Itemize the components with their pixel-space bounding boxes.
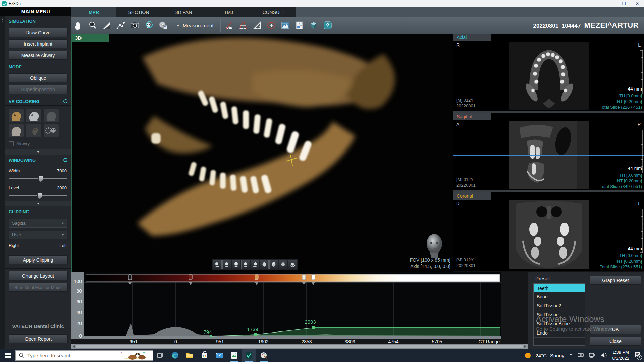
graph-reset-button[interactable]: Graph Reset bbox=[590, 276, 641, 285]
change-layout-button[interactable]: Change Layout bbox=[9, 271, 68, 280]
paint-app-icon[interactable] bbox=[256, 349, 271, 362]
volume-icon[interactable] bbox=[600, 353, 607, 358]
vr-thumb-custom[interactable] bbox=[43, 124, 59, 137]
sagittal-crosshair-horizontal[interactable] bbox=[453, 155, 644, 156]
orient-right-oblique-button[interactable] bbox=[251, 260, 259, 269]
edge-browser-icon[interactable] bbox=[168, 349, 182, 362]
coronal-slice-view[interactable]: R L [M] 012Y 20220801 44 mm TH [0.0mm] I… bbox=[453, 200, 644, 271]
weather-sun-icon[interactable] bbox=[525, 353, 531, 358]
double-angle-measure-icon[interactable] bbox=[236, 19, 250, 32]
report-layout-icon[interactable] bbox=[292, 19, 307, 32]
3d-volume-icon[interactable] bbox=[307, 19, 321, 32]
axial-crosshair-horizontal[interactable] bbox=[453, 75, 644, 75]
file-explorer-icon[interactable] bbox=[182, 349, 197, 362]
tab-tmj[interactable]: TMJ bbox=[206, 7, 251, 17]
sidebar-scroll-rail[interactable]: ▲≡ bbox=[0, 16, 5, 349]
preset-item-endo[interactable]: Endo bbox=[534, 328, 585, 338]
tab-3d-pan[interactable]: 3D PAN bbox=[161, 7, 206, 17]
orient-left-oblique-button[interactable] bbox=[213, 260, 222, 269]
notification-center-button[interactable]: 1 bbox=[634, 352, 641, 359]
coronal-crosshair-horizontal[interactable] bbox=[453, 235, 644, 235]
help-icon[interactable]: ? bbox=[321, 19, 335, 32]
restore-button[interactable]: ❐ bbox=[617, 0, 631, 7]
sagittal-slice-view[interactable]: A P [M] 012Y 20220801 44 mm TH [0.0mm] I… bbox=[453, 120, 644, 190]
photos-app-icon[interactable] bbox=[227, 349, 241, 362]
width-slider-thumb[interactable] bbox=[38, 176, 43, 182]
level-slider[interactable] bbox=[9, 192, 67, 198]
minimize-button[interactable]: — bbox=[604, 0, 617, 7]
volume-render-view[interactable]: 3D bbox=[71, 34, 453, 272]
save-cd-icon[interactable] bbox=[156, 19, 170, 32]
vr-collapse-arrow[interactable]: ▼ bbox=[5, 149, 71, 155]
orientation-head-indicator[interactable] bbox=[423, 232, 445, 261]
implant-circle-icon[interactable] bbox=[264, 19, 278, 32]
orient-rotate-button[interactable] bbox=[288, 260, 297, 269]
graph-scrollbar[interactable] bbox=[71, 344, 528, 349]
oblique-button[interactable]: Oblique bbox=[9, 73, 68, 82]
open-report-button[interactable]: Open Report bbox=[9, 334, 68, 343]
close-button[interactable]: ✕ bbox=[631, 0, 644, 7]
taskbar-search-box[interactable]: Type here to search bbox=[15, 350, 153, 361]
ok-button[interactable]: OK bbox=[590, 325, 641, 334]
superimposition-button[interactable]: Superimposition bbox=[9, 85, 68, 94]
preset-item-softtissuebone[interactable]: SoftTissueBone bbox=[534, 319, 585, 328]
vr-thumb-mip[interactable] bbox=[26, 124, 42, 137]
axial-crosshair-vertical[interactable] bbox=[560, 41, 560, 111]
vr-thumb-hard-tissue[interactable] bbox=[8, 109, 24, 122]
vr-thumb-soft-tissue[interactable] bbox=[8, 124, 24, 137]
preset-item-teeth[interactable]: Teeth bbox=[534, 284, 585, 292]
tab-section[interactable]: SECTION bbox=[116, 7, 161, 17]
search-highlight-art[interactable] bbox=[120, 351, 152, 360]
orient-left-button[interactable] bbox=[222, 260, 231, 269]
histogram-tool-icon[interactable] bbox=[278, 19, 292, 32]
network-icon[interactable] bbox=[589, 353, 595, 358]
width-slider[interactable] bbox=[9, 175, 67, 181]
preset-item-softtissue2[interactable]: SoftTissue2 bbox=[534, 301, 585, 310]
measurement-dropdown[interactable]: ▼ Measurement bbox=[174, 23, 218, 28]
set-square-icon[interactable] bbox=[250, 19, 264, 32]
tray-overflow-chevron[interactable]: ⌃ bbox=[569, 353, 573, 358]
angle-measure-icon[interactable] bbox=[222, 19, 236, 32]
sagittal-crosshair-vertical[interactable] bbox=[550, 120, 550, 190]
apply-clipping-button[interactable]: Apply Clipping bbox=[9, 255, 68, 264]
clipping-plane-dropdown[interactable]: Sagittal▼ bbox=[9, 219, 67, 228]
measure-airway-button[interactable]: Measure Airway bbox=[9, 51, 68, 60]
preset-item-bone[interactable]: Bone bbox=[534, 292, 585, 301]
clipping-mode-dropdown[interactable]: User▼ bbox=[9, 231, 67, 239]
orient-front-button[interactable] bbox=[232, 260, 240, 269]
capture-camera-icon[interactable] bbox=[128, 19, 142, 32]
dual-monitor-button[interactable]: Start Dual Monitor Mode bbox=[9, 283, 68, 292]
microsoft-store-icon[interactable] bbox=[197, 349, 212, 362]
close-dialog-button[interactable]: Close bbox=[590, 337, 641, 346]
taskbar-clock[interactable]: 1:38 PM 8/3/2022 bbox=[612, 349, 629, 361]
contrast-icon[interactable] bbox=[100, 19, 114, 32]
axial-slice-view[interactable]: R L [M] 012Y 20220801 44 mm TH [0.0mm] I… bbox=[453, 41, 644, 111]
vr-thumb-bone[interactable] bbox=[26, 109, 42, 122]
ez3d-app-icon[interactable] bbox=[241, 349, 256, 362]
windowing-collapse-arrow[interactable]: ▼ bbox=[5, 201, 71, 206]
tab-mpr[interactable]: MPR bbox=[71, 7, 116, 17]
start-button[interactable] bbox=[0, 349, 15, 362]
orient-right-button[interactable] bbox=[241, 260, 250, 269]
draw-curve-button[interactable]: Draw Curve bbox=[9, 28, 68, 37]
coronal-crosshair-vertical[interactable] bbox=[560, 200, 560, 271]
level-slider-thumb[interactable] bbox=[37, 193, 42, 199]
measure-line-icon[interactable] bbox=[114, 19, 128, 32]
airway-checkbox[interactable] bbox=[9, 141, 14, 146]
orient-bottom-button[interactable] bbox=[279, 260, 287, 269]
vr-thumb-gray[interactable] bbox=[43, 109, 59, 122]
vr-coloring-reset-icon[interactable] bbox=[63, 99, 68, 104]
vr-transfer-function-graph[interactable]: 794 1739 2993 100 80 60 40 20 0 -951 bbox=[71, 272, 528, 349]
mail-app-icon[interactable] bbox=[212, 349, 227, 362]
preset-item-softtissue[interactable]: SoftTissue bbox=[534, 310, 585, 319]
cast-icon[interactable] bbox=[577, 353, 584, 358]
orient-back-button[interactable] bbox=[260, 260, 269, 269]
orient-top-button[interactable] bbox=[269, 260, 278, 269]
windowing-reset-icon[interactable] bbox=[63, 157, 68, 163]
insert-implant-button[interactable]: Insert Implant bbox=[9, 39, 68, 48]
zoom-icon[interactable] bbox=[86, 19, 100, 32]
task-view-button[interactable] bbox=[153, 349, 168, 362]
weather-status[interactable]: 24°C Sunny bbox=[535, 353, 564, 358]
reset-view-icon[interactable] bbox=[142, 19, 156, 32]
tab-consult[interactable]: CONSULT bbox=[251, 7, 296, 17]
